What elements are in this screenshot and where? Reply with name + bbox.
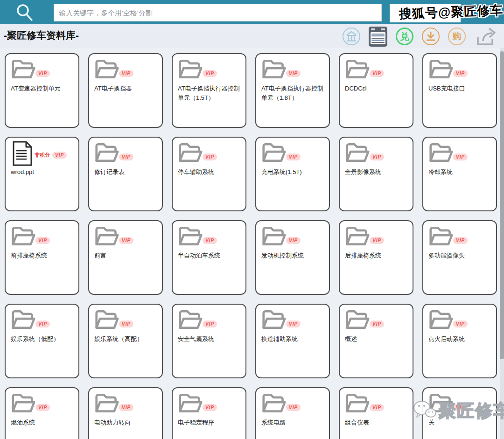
badge-row: VIP <box>453 153 468 160</box>
folder-card[interactable]: VIP 前排座椅系统 <box>5 220 79 295</box>
card-label: 冷却系统 <box>428 167 492 177</box>
folder-card[interactable]: VIP 冷却系统 <box>422 137 497 211</box>
card-label: 娱乐系统（低配） <box>11 334 75 344</box>
folder-icon <box>176 223 204 248</box>
folder-icon <box>427 390 455 415</box>
card-label: 充电系统(1.5T) <box>261 167 325 177</box>
folder-icon <box>176 140 204 164</box>
folder-card[interactable]: VIP DCDCεI <box>339 53 413 128</box>
search-button[interactable] <box>390 4 461 22</box>
notes-list-icon[interactable] <box>369 27 387 47</box>
folder-card[interactable]: VIP AT电子换挡执行器控制单元（1.8T） <box>255 53 330 128</box>
folder-icon <box>176 390 204 415</box>
vip-badge: VIP <box>119 153 133 160</box>
badge-row: VIP <box>119 237 133 244</box>
badge-row: VIP <box>453 237 468 244</box>
folder-card[interactable]: VIP 点火启动系统 <box>422 304 497 378</box>
home-icon[interactable] <box>343 28 360 45</box>
download-icon[interactable] <box>422 28 440 45</box>
card-label: 点火启动系统 <box>428 334 492 344</box>
vip-badge: VIP <box>453 321 468 328</box>
vip-badge: VIP <box>203 237 217 244</box>
badge-row: VIP <box>453 321 468 328</box>
card-label: 安全气囊系统 <box>178 334 242 344</box>
search-icon[interactable] <box>14 2 35 23</box>
card-label: 后排座椅系统 <box>345 251 409 260</box>
search-input[interactable] <box>54 4 382 21</box>
folder-card[interactable]: VIP 娱乐系统（高配） <box>88 304 163 378</box>
folder-card[interactable]: VIP 概述 <box>339 304 413 378</box>
document-icon <box>11 140 34 167</box>
card-label: 修订记录表 <box>94 167 158 177</box>
card-label: AT电子换挡执行器控制单元（1.8T） <box>261 84 325 103</box>
share-icon[interactable] <box>474 26 496 47</box>
folder-card[interactable]: VIP 娱乐系统（低配） <box>5 304 79 378</box>
folder-card[interactable]: 非积分VIP wrod.ppt <box>5 137 79 211</box>
card-label: AT变速器控制单元 <box>11 84 75 93</box>
folder-card[interactable]: VIP 电动助力转向 <box>88 387 163 439</box>
badge-row: VIP <box>286 321 301 328</box>
folder-icon <box>93 307 121 331</box>
folder-icon <box>343 390 371 415</box>
folder-card[interactable]: VIP AT电子换挡执行器控制单元（1.5T） <box>172 53 246 128</box>
badge-row: VIP <box>119 404 133 411</box>
badge-row: VIP <box>35 70 50 77</box>
card-label: 前排座椅系统 <box>11 251 75 260</box>
folder-card[interactable]: VIP 安全气囊系统 <box>172 304 246 378</box>
badge-row: VIP <box>286 153 301 160</box>
card-label: 发动机控制系统 <box>261 251 325 260</box>
badge-row: VIP <box>370 237 384 244</box>
folder-card[interactable]: VIP 后排座椅系统 <box>339 220 413 295</box>
vip-badge: VIP <box>119 321 133 328</box>
folder-card[interactable]: VIP 换道辅助系统 <box>255 304 330 378</box>
vip-badge: VIP <box>286 321 301 328</box>
folder-icon <box>427 307 455 331</box>
vip-badge: VIP <box>453 404 468 411</box>
card-label: 全景影像系统 <box>345 167 409 177</box>
folder-card[interactable]: VIP 组合仪表 <box>339 387 413 439</box>
scrollbar-thumb[interactable] <box>500 51 504 359</box>
folder-card[interactable]: VIP 燃油系统 <box>5 387 79 439</box>
card-label: USB充电接口 <box>428 84 492 93</box>
badge-row: VIP <box>453 70 468 77</box>
folder-card[interactable]: VIP USB充电接口 <box>422 53 497 128</box>
folder-card[interactable]: VIP 修订记录表 <box>88 137 163 211</box>
vip-badge: VIP <box>453 237 468 244</box>
buy-icon[interactable]: 购 <box>448 28 466 45</box>
card-label: 停车辅助系统 <box>178 167 242 177</box>
folder-card[interactable]: VIP 充电系统(1.5T) <box>255 137 330 211</box>
non-points-badge: 非积分 <box>35 152 50 159</box>
card-label: 概述 <box>345 334 409 344</box>
vip-badge: VIP <box>370 404 384 411</box>
folder-card[interactable]: VIP AT电子换挡器 <box>88 53 163 128</box>
vip-badge: VIP <box>119 70 133 77</box>
vip-badge: VIP <box>35 321 50 328</box>
card-label: 关 <box>428 418 492 427</box>
scrollbar-track <box>500 48 504 439</box>
badge-row: VIP <box>286 70 301 77</box>
card-label: DCDCεI <box>345 84 409 93</box>
folder-card[interactable]: VIP 前言 <box>88 220 163 295</box>
folder-card[interactable]: VIP 关 <box>422 387 497 439</box>
vip-badge: VIP <box>370 70 384 77</box>
vip-badge: VIP <box>286 70 301 77</box>
folder-card[interactable]: VIP 停车辅助系统 <box>172 137 246 211</box>
badge-row: 非积分VIP <box>35 152 67 159</box>
folder-icon <box>93 140 121 164</box>
folder-icon <box>427 140 455 164</box>
exchange-icon[interactable]: 兑 <box>396 28 413 45</box>
badge-row: VIP <box>286 237 301 244</box>
folder-icon <box>427 223 455 248</box>
folder-card[interactable]: VIP 电子稳定程序 <box>172 387 246 439</box>
folder-card[interactable]: VIP 发动机控制系统 <box>255 220 330 295</box>
folder-card[interactable]: VIP 系统电路 <box>255 387 330 439</box>
vip-badge: VIP <box>370 153 384 160</box>
folder-card[interactable]: VIP 半自动泊车系统 <box>172 220 246 295</box>
card-label: 半自动泊车系统 <box>178 251 242 260</box>
folder-card[interactable]: VIP 多功能摄像头 <box>422 220 497 295</box>
folder-icon <box>343 223 371 248</box>
card-label: 前言 <box>94 251 158 260</box>
folder-card[interactable]: VIP 全景影像系统 <box>339 137 413 211</box>
folder-card[interactable]: VIP AT变速器控制单元 <box>5 53 79 128</box>
badge-row: VIP <box>203 404 217 411</box>
